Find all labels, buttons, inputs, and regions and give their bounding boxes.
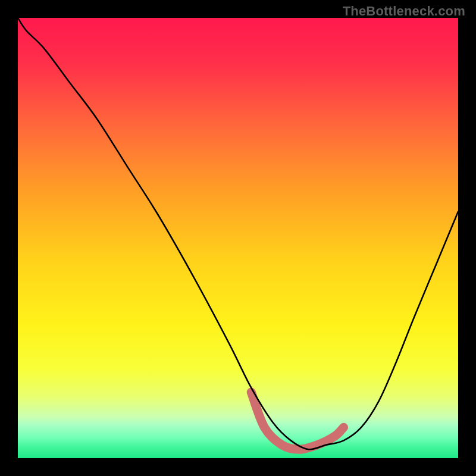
chart-frame: TheBottleneck.com: [0, 0, 476, 476]
flat-highlight-line: [251, 392, 343, 449]
chart-curves: [18, 18, 458, 458]
plot-area: [18, 18, 458, 458]
main-curve-line: [18, 18, 458, 449]
watermark-text: TheBottleneck.com: [343, 4, 465, 19]
